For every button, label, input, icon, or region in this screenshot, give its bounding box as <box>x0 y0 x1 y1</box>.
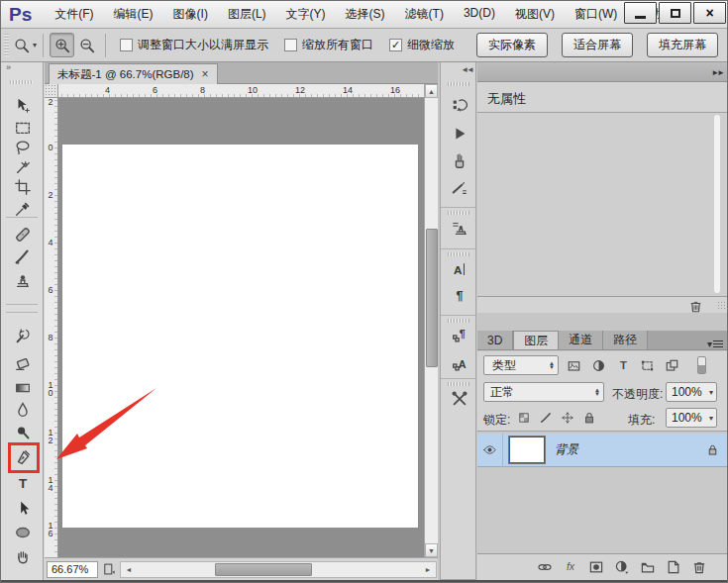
expand-panels-icon[interactable]: ◄◄ <box>461 65 472 74</box>
pixel-filter-icon[interactable] <box>567 358 581 373</box>
properties-resize-grip[interactable] <box>717 301 727 311</box>
checkbox-checked-icon[interactable]: ✓ <box>389 39 402 51</box>
menu-3D[interactable]: 3D(D) <box>455 2 504 27</box>
tab-路径[interactable]: 路径 <box>603 331 648 349</box>
panel-icon-actions[interactable] <box>447 123 471 145</box>
lock-transparency-icon[interactable] <box>517 411 531 425</box>
new-layer-icon[interactable] <box>666 559 681 575</box>
type-tool[interactable]: T <box>10 471 36 495</box>
delete-layer-icon[interactable] <box>691 559 707 575</box>
menu-视图[interactable]: 视图(V) <box>506 2 564 27</box>
scroll-up-icon[interactable]: ▲ <box>425 84 438 98</box>
dodge-tool[interactable] <box>10 421 36 444</box>
layer-filter-toggle[interactable] <box>697 356 706 374</box>
clone-stamp-tool[interactable] <box>10 268 36 292</box>
blend-mode-dropdown[interactable]: 正常 ▲▼ <box>483 382 604 402</box>
crop-tool[interactable] <box>10 175 36 199</box>
collapse-panels-icon[interactable]: ►► <box>711 68 723 77</box>
brush-tool[interactable] <box>10 244 36 268</box>
shape-filter-icon[interactable] <box>640 358 655 373</box>
smart-object-filter-icon[interactable] <box>665 358 679 373</box>
menu-选择[interactable]: 选择(S) <box>337 2 394 27</box>
minimize-button[interactable] <box>624 2 657 24</box>
lock-all-icon[interactable] <box>582 411 596 425</box>
pen-tool[interactable] <box>10 445 36 469</box>
zoom-in-button[interactable] <box>50 33 74 57</box>
tools-panel-expand-icon[interactable]: » <box>1 62 43 78</box>
panel-icon-paragraph-styles[interactable]: A <box>447 353 471 375</box>
close-button[interactable]: × <box>693 2 726 24</box>
tools-panel-gripper[interactable] <box>10 80 34 84</box>
layer-style-fx-icon[interactable]: fx <box>563 559 578 575</box>
layers-panel-menu-icon[interactable]: ▾ <box>707 339 723 349</box>
menu-文件[interactable]: 文件(F) <box>46 2 102 27</box>
option-checkbox-1[interactable]: 缩放所有窗口 <box>284 37 373 53</box>
menu-图像[interactable]: 图像(I) <box>164 2 217 27</box>
zoom-level-field[interactable]: 66.67% <box>47 561 98 578</box>
panel-icon-character-styles[interactable]: ¶ <box>447 325 471 346</box>
lock-paint-icon[interactable] <box>539 411 553 425</box>
scroll-right-icon[interactable]: ► <box>421 563 435 576</box>
options-gripper[interactable] <box>4 34 9 57</box>
properties-scrollbar[interactable] <box>714 115 720 293</box>
strip-gripper[interactable] <box>448 211 469 215</box>
panel-icon-character[interactable]: A <box>447 258 471 280</box>
shape-tool[interactable] <box>10 521 36 544</box>
options-button-2[interactable]: 填充屏幕 <box>647 33 718 57</box>
path-selection-tool[interactable] <box>10 497 36 521</box>
eraser-tool[interactable] <box>10 351 36 375</box>
properties-trash-icon[interactable] <box>688 299 703 314</box>
tool-preset-dropdown-icon[interactable]: ▾ <box>33 41 37 49</box>
panel-icon-brush-presets[interactable] <box>447 177 471 199</box>
new-adjustment-layer-icon[interactable] <box>614 559 630 575</box>
blur-tool[interactable] <box>10 398 36 422</box>
spot-healing-tool[interactable] <box>10 223 36 246</box>
vertical-scrollbar[interactable]: ▲ ▼ <box>424 84 438 557</box>
horizontal-scroll-thumb[interactable] <box>215 563 312 576</box>
fill-dropdown[interactable]: 100% ▾ <box>666 408 717 428</box>
menu-窗口[interactable]: 窗口(W) <box>566 2 626 27</box>
zoom-tool-icon[interactable] <box>13 37 31 54</box>
panel-icon-brush[interactable] <box>447 149 471 171</box>
document-tab-close-icon[interactable]: × <box>202 67 209 81</box>
menu-文字[interactable]: 文字(Y) <box>277 2 335 27</box>
menu-滤镜[interactable]: 滤镜(T) <box>396 2 453 27</box>
scroll-left-icon[interactable]: ◄ <box>122 563 136 576</box>
tab-3D[interactable]: 3D <box>477 331 513 349</box>
canvas-viewport[interactable] <box>58 98 424 557</box>
layer-visibility-toggle[interactable] <box>477 434 503 467</box>
checkbox-unchecked-icon[interactable] <box>284 39 297 51</box>
document-canvas[interactable] <box>62 145 418 528</box>
type-filter-icon[interactable]: T <box>616 358 631 373</box>
checkbox-unchecked-icon[interactable] <box>120 39 133 51</box>
vertical-scroll-thumb[interactable] <box>426 229 438 367</box>
hand-tool[interactable] <box>10 544 36 568</box>
options-button-0[interactable]: 实际像素 <box>476 33 548 57</box>
strip-gripper[interactable] <box>448 319 469 323</box>
layer-thumbnail[interactable] <box>509 437 545 463</box>
document-info-icon[interactable] <box>101 561 117 577</box>
menu-编辑[interactable]: 编辑(E) <box>105 2 162 27</box>
strip-gripper[interactable] <box>448 82 469 86</box>
strip-gripper[interactable] <box>448 252 469 256</box>
history-brush-tool[interactable] <box>10 324 36 347</box>
lock-position-icon[interactable] <box>561 411 574 425</box>
option-checkbox-2[interactable]: ✓细微缩放 <box>389 37 455 53</box>
adjustment-filter-icon[interactable] <box>591 358 606 373</box>
horizontal-scrollbar[interactable]: ◄ ► <box>120 561 437 578</box>
link-layers-icon[interactable] <box>537 559 553 575</box>
tab-通道[interactable]: 通道 <box>559 331 603 349</box>
gradient-tool[interactable] <box>10 376 36 400</box>
maximize-button[interactable] <box>659 2 691 24</box>
document-tab[interactable]: 未标题-1 @ 66.7%(RGB/8) × <box>49 63 218 84</box>
layer-filter-dropdown[interactable]: 类型 ▲▼ <box>483 355 559 375</box>
option-checkbox-0[interactable]: 调整窗口大小以满屏显示 <box>120 37 268 53</box>
opacity-dropdown[interactable]: 100% ▾ <box>666 382 717 402</box>
panel-icon-paragraph[interactable]: ¶ <box>447 284 471 306</box>
layer-row-background[interactable]: 背景 <box>477 434 728 467</box>
panel-icon-clone-source[interactable] <box>447 217 471 239</box>
new-group-icon[interactable] <box>640 559 656 575</box>
move-tool[interactable] <box>10 94 36 118</box>
tab-图层[interactable]: 图层 <box>513 331 559 349</box>
panel-icon-tool-presets[interactable] <box>447 388 471 410</box>
